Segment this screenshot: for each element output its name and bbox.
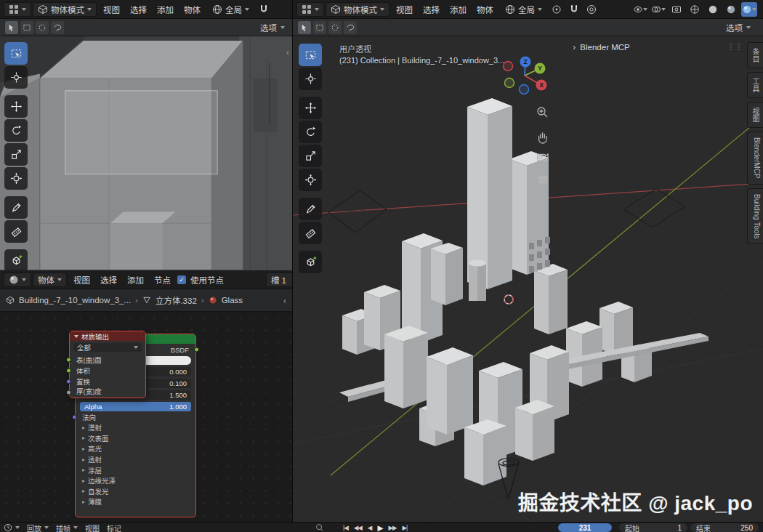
breadcrumb-material[interactable]: Glass <box>222 296 243 305</box>
shading-solid-button[interactable] <box>705 2 721 17</box>
left-menu-0[interactable]: 视图 <box>98 1 125 17</box>
right-options-button[interactable]: 选项 <box>726 22 758 33</box>
right-menu-3[interactable]: 物体 <box>472 1 498 17</box>
bsdf-section-5[interactable]: 边缘光泽 <box>76 475 195 486</box>
left-menu-3[interactable]: 物体 <box>179 1 206 17</box>
editor-type-button[interactable] <box>296 2 324 17</box>
bsdf-section-7[interactable]: 薄膜 <box>76 496 195 507</box>
cursor-tool-button[interactable] <box>299 68 322 90</box>
shader-menu-0[interactable]: 视图 <box>68 272 95 288</box>
xray-toggle-button[interactable] <box>669 2 685 17</box>
material-output-node[interactable]: 材质输出 全部 表(曲)面 体积 置换 <box>69 331 146 398</box>
marker-menu[interactable]: 标记 <box>107 523 121 532</box>
bsdf-output-socket[interactable] <box>194 347 199 352</box>
frame-end-field[interactable]: 结束250 <box>690 523 759 532</box>
shader-menu-1[interactable]: 选择 <box>95 272 122 288</box>
move-tool-button[interactable] <box>4 95 28 118</box>
sidebar-tab-0[interactable]: 条目 <box>747 42 763 68</box>
displacement-input-row[interactable]: 置换 <box>70 376 145 387</box>
node-editor-canvas[interactable]: BSDF 0.000 0.100 1.500 Alpha 1.000 法向 漫射… <box>0 312 292 522</box>
box-select-tool-button[interactable] <box>4 42 28 65</box>
volume-socket[interactable] <box>66 368 71 373</box>
shader-menu-2[interactable]: 添加 <box>122 272 149 288</box>
blender-mcp-panel-header[interactable]: Blender MCP <box>573 41 630 52</box>
cursor-tool-button[interactable] <box>4 66 28 89</box>
thickness-socket[interactable] <box>66 390 71 395</box>
sidebar-tab-1[interactable]: 工具 <box>747 72 763 98</box>
play-button[interactable]: ▶ <box>377 523 382 532</box>
annotate-tool-button[interactable] <box>4 196 28 219</box>
mode-dropdown[interactable]: 物体模式 <box>33 2 97 17</box>
target-dropdown[interactable]: 全部 <box>73 343 142 352</box>
normal-input-row[interactable]: 法向 <box>76 411 195 422</box>
sidebar-tab-3[interactable]: BlenderMCP <box>747 132 763 185</box>
output-node-header[interactable]: 材质输出 <box>70 331 145 341</box>
box-select-tool-button[interactable] <box>299 44 322 66</box>
select-mode-tweak-button[interactable] <box>298 21 311 34</box>
normal-socket[interactable] <box>72 414 77 419</box>
transform-tool-button[interactable] <box>299 169 322 191</box>
current-frame-field[interactable]: 231 <box>558 523 612 532</box>
left-menu-2[interactable]: 添加 <box>152 1 179 17</box>
panel-drag-handle[interactable]: ⋮⋮ <box>727 43 743 51</box>
sidebar-collapse-arrow[interactable]: ‹ <box>286 47 289 57</box>
alpha-field[interactable]: Alpha 1.000 <box>80 402 191 411</box>
bsdf-section-0[interactable]: 漫射 <box>76 422 195 433</box>
select-mode-lasso-button[interactable] <box>344 21 357 34</box>
select-mode-box-button[interactable] <box>313 21 326 34</box>
snap-magnet-button[interactable] <box>256 2 272 17</box>
timeline-editor-button[interactable] <box>4 523 20 532</box>
shader-editor-type-button[interactable] <box>4 273 31 287</box>
proportional-edit-button[interactable] <box>584 2 600 17</box>
scale-tool-button[interactable] <box>299 145 322 167</box>
select-mode-box-button[interactable] <box>20 21 33 34</box>
select-mode-lasso-button[interactable] <box>51 21 64 34</box>
measure-tool-button[interactable] <box>4 220 28 243</box>
right-menu-0[interactable]: 视图 <box>391 1 418 17</box>
volume-input-row[interactable]: 体积 <box>70 365 145 376</box>
prev-keyframe-button[interactable]: ◀◀ <box>354 524 362 531</box>
mode-dropdown[interactable]: 物体模式 <box>326 2 389 17</box>
jump-to-end-button[interactable]: ▶| <box>403 524 408 531</box>
frame-start-field[interactable]: 起始1 <box>619 523 687 532</box>
timeline-search[interactable] <box>315 523 324 532</box>
breadcrumb-mesh[interactable]: 立方体.332 <box>156 294 197 306</box>
shader-menu-3[interactable]: 节点 <box>149 272 176 288</box>
playback-menu[interactable]: 回放 <box>27 523 49 532</box>
pivot-point-button[interactable] <box>549 2 565 17</box>
shading-material-button[interactable] <box>723 2 739 17</box>
use-nodes-checkbox[interactable]: ✓ <box>177 275 186 284</box>
jump-to-start-button[interactable]: |◀ <box>343 524 348 531</box>
overlays-button[interactable] <box>650 2 666 17</box>
material-slot-dropdown[interactable]: 槽 1 <box>266 273 292 287</box>
add-cube-tool-button[interactable] <box>299 251 322 273</box>
add-cube-tool-button[interactable] <box>4 249 28 270</box>
bsdf-section-6[interactable]: 自发光 <box>76 486 195 497</box>
select-mode-tweak-button[interactable] <box>5 21 18 34</box>
next-keyframe-button[interactable]: ▶▶ <box>388 524 396 531</box>
annotate-tool-button[interactable] <box>299 198 322 220</box>
shader-type-dropdown[interactable]: 物体 <box>33 273 67 287</box>
bsdf-section-1[interactable]: 次表面 <box>76 433 195 444</box>
view-menu[interactable]: 视图 <box>85 523 100 532</box>
measure-tool-button[interactable] <box>299 222 322 244</box>
surface-input-row[interactable]: 表(曲)面 <box>70 354 145 365</box>
snap-magnet-button[interactable] <box>566 2 582 17</box>
breadcrumb-object[interactable]: Building_-7_-10_window_3_... <box>19 296 131 305</box>
show-gizmo-button[interactable] <box>632 2 648 17</box>
bsdf-section-4[interactable]: 涂层 <box>76 464 195 475</box>
right-menu-2[interactable]: 添加 <box>445 1 472 17</box>
rotate-tool-button[interactable] <box>4 119 28 142</box>
left-options-button[interactable]: 选项 <box>260 22 287 33</box>
surface-socket[interactable] <box>66 357 71 362</box>
transform-tool-button[interactable] <box>4 167 28 190</box>
shading-wireframe-button[interactable] <box>687 2 703 17</box>
scale-tool-button[interactable] <box>4 143 28 166</box>
sidebar-tab-2[interactable]: 视图 <box>747 102 763 128</box>
play-reverse-button[interactable]: ◀ <box>368 524 372 531</box>
editor-type-button[interactable] <box>4 2 31 17</box>
keying-menu[interactable]: 插帧 <box>56 523 78 532</box>
select-mode-circle-button[interactable] <box>36 21 49 34</box>
bsdf-section-3[interactable]: 透射 <box>76 454 195 465</box>
select-mode-circle-button[interactable] <box>328 21 342 34</box>
